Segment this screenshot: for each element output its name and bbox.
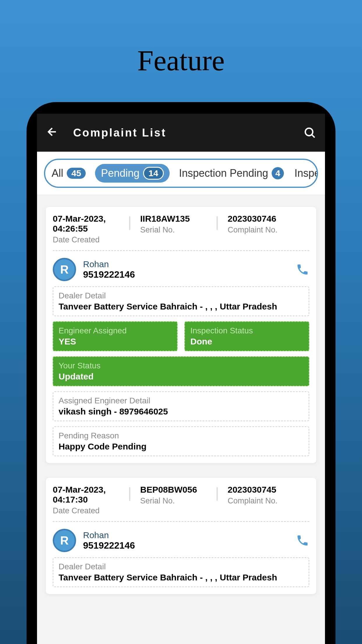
dealer-detail-box: Dealer Detail Tanveer Battery Service Ba…	[53, 557, 309, 587]
dealer-label: Dealer Detail	[59, 562, 303, 571]
contact-phone: 9519222146	[83, 540, 289, 551]
page-title: Feature	[0, 0, 362, 77]
date-created-label: Date Created	[53, 506, 134, 515]
complaint-card[interactable]: 07-Mar-2023, 04:17:30 Date Created BEP08…	[46, 478, 316, 594]
inspection-status-label: Inspection Status	[190, 326, 303, 335]
complaint-no-value: 2023030745	[228, 485, 309, 495]
complaint-no-label: Complaint No.	[228, 496, 309, 505]
card-header: 07-Mar-2023, 04:17:30 Date Created BEP08…	[53, 485, 309, 522]
complaint-no-label: Complaint No.	[228, 225, 309, 235]
search-icon[interactable]	[303, 126, 316, 139]
filter-label: Pending	[101, 167, 139, 179]
back-arrow-icon[interactable]	[46, 125, 59, 140]
pending-reason-box: Pending Reason Happy Code Pending	[53, 426, 309, 456]
your-status-box: Your Status Updated	[53, 356, 309, 386]
filter-label: Inspection Pending	[179, 167, 268, 179]
contact-phone: 9519222146	[83, 269, 289, 280]
phone-frame: Complaint List All 45 Pending 14 Inspect…	[27, 102, 335, 644]
dealer-value: Tanveer Battery Service Bahraich - , , ,…	[59, 302, 303, 312]
engineer-detail-label: Assigned Engineer Detail	[59, 396, 303, 405]
filter-tab-pending[interactable]: Pending 14	[95, 164, 170, 183]
contact-name: Rohan	[83, 259, 289, 269]
filter-tab-inspect[interactable]: Inspect	[293, 165, 318, 182]
filter-count-badge: 45	[67, 168, 86, 179]
phone-icon[interactable]	[296, 534, 309, 547]
serial-no-label: Serial No.	[140, 496, 222, 505]
phone-icon[interactable]	[296, 263, 309, 276]
header-title: Complaint List	[73, 127, 289, 139]
card-header: 07-Mar-2023, 04:26:55 Date Created IIR18…	[53, 214, 309, 251]
date-created-value: 07-Mar-2023, 04:26:55	[53, 214, 134, 234]
filter-bar: All 45 Pending 14 Inspection Pending 4 I…	[37, 152, 325, 195]
engineer-detail-box: Assigned Engineer Detail vikash singh - …	[53, 391, 309, 421]
inspection-status-box: Inspection Status Done	[184, 321, 309, 351]
app-header: Complaint List	[37, 114, 325, 152]
pending-reason-value: Happy Code Pending	[59, 442, 303, 452]
contact-row: R Rohan 9519222146	[53, 527, 309, 557]
contact-avatar: R	[53, 529, 76, 552]
date-created-value: 07-Mar-2023, 04:17:30	[53, 485, 134, 505]
your-status-label: Your Status	[59, 361, 303, 370]
filter-count-badge: 4	[272, 167, 284, 179]
filter-label: Inspect	[294, 167, 318, 179]
dealer-detail-box: Dealer Detail Tanveer Battery Service Ba…	[53, 286, 309, 316]
inspection-status-value: Done	[190, 337, 303, 346]
pending-reason-label: Pending Reason	[59, 431, 303, 440]
phone-screen: Complaint List All 45 Pending 14 Inspect…	[37, 114, 325, 644]
contact-avatar: R	[53, 258, 76, 281]
filter-count-badge: 14	[143, 167, 164, 180]
contact-row: R Rohan 9519222146	[53, 256, 309, 286]
status-row: Engineer Assigned YES Inspection Status …	[53, 321, 309, 351]
filter-label: All	[52, 167, 63, 179]
engineer-detail-value: vikash singh - 8979646025	[59, 407, 303, 416]
filter-tab-all[interactable]: All 45	[50, 165, 87, 182]
complaint-card[interactable]: 07-Mar-2023, 04:26:55 Date Created IIR18…	[46, 207, 316, 463]
engineer-assigned-label: Engineer Assigned	[59, 326, 172, 335]
complaint-no-value: 2023030746	[228, 214, 309, 224]
dealer-value: Tanveer Battery Service Bahraich - , , ,…	[59, 573, 303, 582]
date-created-label: Date Created	[53, 235, 134, 244]
serial-no-value: BEP08BW056	[140, 485, 222, 495]
engineer-assigned-value: YES	[59, 337, 172, 346]
filter-pills[interactable]: All 45 Pending 14 Inspection Pending 4 I…	[44, 159, 318, 188]
contact-name: Rohan	[83, 530, 289, 540]
svg-point-0	[305, 128, 313, 136]
your-status-value: Updated	[59, 372, 303, 382]
serial-no-value: IIR18AW135	[140, 214, 222, 224]
content-area: 07-Mar-2023, 04:26:55 Date Created IIR18…	[37, 195, 325, 620]
filter-tab-inspection-pending[interactable]: Inspection Pending 4	[178, 165, 285, 182]
serial-no-label: Serial No.	[140, 225, 222, 235]
engineer-assigned-box: Engineer Assigned YES	[53, 321, 178, 351]
dealer-label: Dealer Detail	[59, 291, 303, 300]
